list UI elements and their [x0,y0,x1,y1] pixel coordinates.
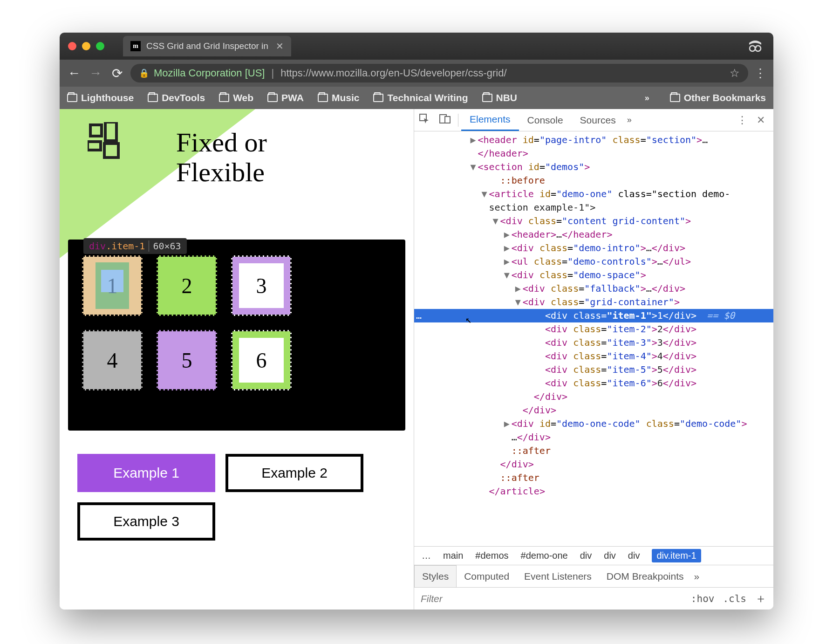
bookmark-folder[interactable]: NBU [482,92,518,103]
dom-node[interactable]: section example-1"> [414,201,773,214]
breadcrumb-segment[interactable]: div [580,550,592,561]
demo-grid: div.item-160×63123456 [82,255,391,391]
devtools-tab-sources[interactable]: Sources [572,109,624,131]
grid-cell-1[interactable]: div.item-160×631 [82,255,143,316]
svg-point-1 [755,46,761,51]
toolbar: ← → ⟳ 🔒 Mozilla Corporation [US] | https… [60,60,773,87]
minimize-window-button[interactable] [82,42,90,50]
dom-node[interactable]: <div class="item-4">4</div> [414,349,773,363]
dom-node[interactable]: <div class="item-5">5</div> [414,363,773,377]
demo-grid-wrap: div.item-160×63123456 [68,240,405,431]
dom-node[interactable]: </div> [414,404,773,417]
breadcrumb-segment[interactable]: div [604,550,616,561]
bookmark-folder[interactable]: Web [219,92,253,103]
devtools-close-icon[interactable]: ✕ [757,114,765,126]
grid-cell-6[interactable]: 6 [231,330,292,391]
dom-node[interactable]: ▶<header>…</header> [414,228,773,241]
folder-icon [67,94,77,102]
breadcrumb-segment[interactable]: #demos [475,550,508,561]
dom-node[interactable]: ::after [414,444,773,458]
example-button-3[interactable]: Example 3 [77,502,215,541]
devtools-tab-elements[interactable]: Elements [461,109,519,131]
example-button-1[interactable]: Example 1 [77,454,215,492]
reload-button[interactable]: ⟳ [109,66,125,81]
breadcrumb-segment[interactable]: main [443,550,463,561]
dom-node[interactable]: ▶<header id="page-intro" class="section"… [414,133,773,147]
dom-node[interactable]: ▼<div class="content grid-content"> [414,214,773,228]
dom-node[interactable]: <div class="item-3">3</div> [414,336,773,349]
devtools-settings-icon[interactable]: ⋮ [737,114,747,126]
styles-tab-event-listeners[interactable]: Event Listeners [517,565,599,587]
styles-tabs-overflow-icon[interactable]: » [694,571,700,582]
folder-icon [670,94,680,102]
styles-tab-styles[interactable]: Styles [414,565,457,587]
dom-node[interactable]: </article> [414,485,773,498]
dom-node[interactable]: ::after [414,471,773,485]
svg-rect-2 [90,125,102,136]
content-area: Fixed orFlexible div.item-160×63123456 E… [60,109,773,610]
bookmark-folder[interactable]: DevTools [148,92,205,103]
breadcrumb[interactable]: …main#demos#demo-onedivdivdivdiv.item-1 [414,546,773,565]
folder-icon [267,94,278,102]
bookmark-label: NBU [496,92,518,103]
grid-cell-2[interactable]: 2 [157,255,217,316]
maximize-window-button[interactable] [96,42,104,50]
dom-node[interactable]: </div> [414,458,773,471]
dom-node[interactable]: ▶<div class="fallback">…</div> [414,282,773,295]
bookmark-folder[interactable]: Technical Writing [373,92,468,103]
dom-node[interactable]: ▼<div class="demo-space"> [414,268,773,282]
browser-tab[interactable]: m CSS Grid and Grid Inspector in ✕ [123,36,291,56]
devtools-tab-console[interactable]: Console [519,109,572,131]
other-bookmarks-folder[interactable]: Other Bookmarks [670,92,766,103]
example-button-2[interactable]: Example 2 [225,454,363,492]
dom-node[interactable]: ::before [414,174,773,187]
bookmark-star-icon[interactable]: ☆ [730,67,740,80]
folder-icon [148,94,158,102]
breadcrumb-segment[interactable]: #demo-one [521,550,568,561]
devtools-panel: ElementsConsoleSources » ⋮ ✕ ▶<header id… [414,109,773,610]
other-bookmarks-label: Other Bookmarks [684,92,766,103]
styles-filter-input[interactable] [421,593,544,604]
forward-button[interactable]: → [88,66,103,81]
styles-tab-dom-breakpoints[interactable]: DOM Breakpoints [599,565,691,587]
bookmarks-overflow-icon[interactable]: » [645,93,649,103]
devtools-tabs-overflow-icon[interactable]: » [627,115,632,125]
breadcrumb-segment[interactable]: div [628,550,640,561]
dom-node[interactable]: …</div> [414,431,773,444]
bookmark-label: PWA [281,92,304,103]
folder-icon [318,94,328,102]
bookmark-label: Music [332,92,360,103]
styles-tab-computed[interactable]: Computed [457,565,517,587]
bookmark-label: Web [233,92,253,103]
bookmark-folder[interactable]: PWA [267,92,304,103]
cls-toggle[interactable]: .cls [723,593,746,604]
grid-cell-3[interactable]: 3 [231,255,292,316]
dom-tree[interactable]: ▶<header id="page-intro" class="section"… [414,131,773,546]
dom-node[interactable]: </header> [414,147,773,160]
breadcrumb-segment[interactable]: … [422,550,431,561]
breadcrumb-segment[interactable]: div.item-1 [652,549,701,562]
bookmark-folder[interactable]: Lighthouse [67,92,134,103]
dom-node[interactable]: ▼<section id="demos"> [414,160,773,174]
dom-node[interactable]: <div class="item-6">6</div> [414,377,773,390]
example-buttons: Example 1Example 2Example 3 [77,454,403,541]
dom-node[interactable]: ▶<ul class="demo-controls">…</ul> [414,255,773,268]
browser-menu-button[interactable]: ⋮ [754,66,767,81]
inspector-tooltip: div.item-160×63 [83,238,187,254]
bookmark-folder[interactable]: Music [318,92,360,103]
grid-cell-4[interactable]: 4 [82,330,143,391]
back-button[interactable]: ← [66,66,82,81]
inspect-element-icon[interactable] [414,114,435,126]
close-tab-icon[interactable]: ✕ [276,41,284,52]
grid-cell-5[interactable]: 5 [157,330,217,391]
close-window-button[interactable] [68,42,76,50]
dom-node[interactable]: </div> [414,390,773,404]
dom-node[interactable]: ▼<div class="grid-container"> [414,295,773,309]
device-toolbar-icon[interactable] [435,114,455,126]
hov-toggle[interactable]: :hov [691,593,715,604]
dom-node[interactable]: ▼<article id="demo-one" class="section d… [414,187,773,201]
address-bar[interactable]: 🔒 Mozilla Corporation [US] | https://www… [130,64,748,82]
dom-node[interactable]: ▶<div id="demo-one-code" class="demo-cod… [414,417,773,431]
new-style-rule-icon[interactable]: ＋ [755,590,767,607]
dom-node[interactable]: ▶<div class="demo-intro">…</div> [414,241,773,255]
